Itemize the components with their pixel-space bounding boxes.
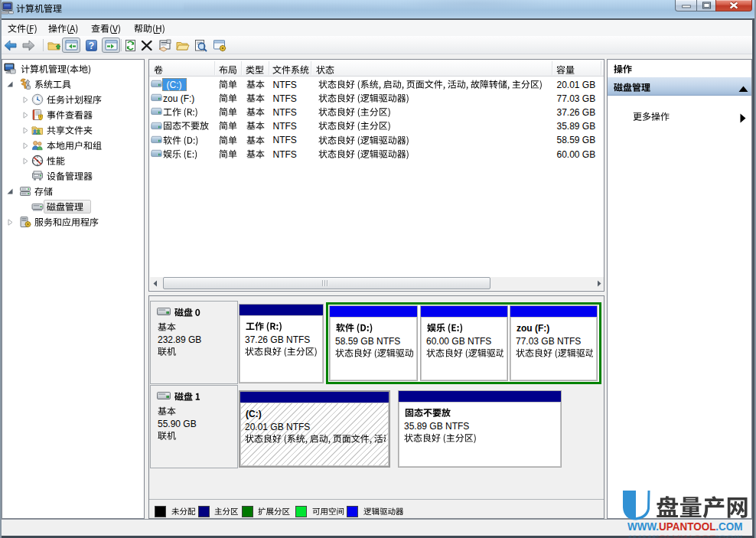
svg-text:?: ? <box>89 41 94 51</box>
